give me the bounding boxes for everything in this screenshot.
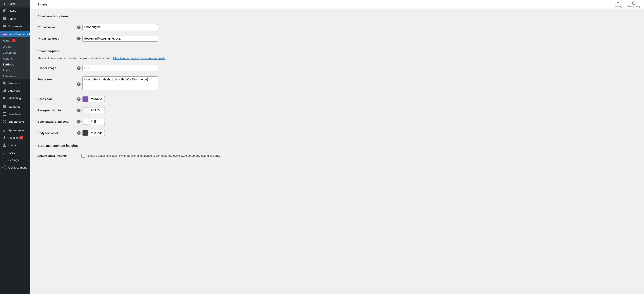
sidebar-label: Marketing [8,97,21,100]
background-color-input[interactable] [89,107,105,113]
help-icon[interactable]: ? [77,120,80,124]
base-color-swatch[interactable] [82,96,88,102]
sidebar-item-tools[interactable]: Tools [0,149,30,156]
templates-icon [2,112,6,116]
sliders-icon [2,158,6,162]
sidebar-label: Appearance [8,129,24,132]
brush-icon [2,128,6,132]
sidebar-label: Templates [8,113,21,116]
home-badge: 4 [12,39,16,42]
sidebar-item-collapse[interactable]: Collapse menu [0,164,30,171]
help-icon[interactable]: ? [77,109,80,112]
body-text-color-input[interactable] [89,130,105,136]
sidebar-item-plugins[interactable]: Plugins 2 [0,134,30,141]
submenu-item-home[interactable]: Home 4 [0,37,30,44]
submenu-item-customers[interactable]: Customers [0,50,30,56]
sidebar-item-pages[interactable]: Pages [0,15,30,22]
media-icon [2,9,6,13]
help-icon[interactable]: ? [77,131,80,135]
flag-icon [616,1,620,5]
sidebar-item-analytics[interactable]: Analytics [0,87,30,94]
sidebar-label: Settings [8,158,19,162]
label-from-address: "From" address [38,33,77,44]
wrench-icon [2,150,6,155]
sidebar-item-elementor[interactable]: Elementor [0,103,30,110]
body-bg-color-input[interactable] [89,119,105,125]
help-icon[interactable]: ? [77,37,80,40]
submenu-item-status[interactable]: Status [0,67,30,73]
sidebar-item-settings[interactable]: Settings [0,156,30,164]
base-color-input[interactable] [89,96,105,102]
woocommerce-submenu: Home 4 Orders Customers Reports Settings… [0,37,30,79]
activity-button[interactable]: Activity [614,1,622,8]
label-base-color: Base color [38,93,77,105]
shopengine-icon [2,119,6,124]
preview-template-link[interactable]: Click here to preview your email templat… [113,56,166,60]
section-heading-insights: Store management insights [38,144,637,147]
sidebar-item-woocommerce[interactable]: woo WooCommerce [0,31,30,37]
sidebar-item-marketing[interactable]: Marketing [0,94,30,102]
finish-setup-button[interactable]: Finish setup [628,1,640,8]
submenu-item-extensions[interactable]: Extensions [0,73,30,79]
help-icon[interactable]: ? [77,97,80,101]
sidebar-label: ShopEngine [8,120,24,123]
sidebar-label: Pages [8,17,16,20]
label-header-image: Header image [38,62,77,74]
sidebar-item-users[interactable]: Users [0,141,30,149]
woo-icon: woo [2,33,8,36]
collapse-icon [2,165,6,170]
comment-icon [2,24,6,28]
svg-rect-4 [4,90,4,92]
user-icon [2,143,6,147]
svg-rect-5 [5,89,6,92]
svg-point-6 [3,105,6,108]
plug-icon [2,135,6,140]
help-icon[interactable]: ? [77,82,80,86]
sidebar-item-media[interactable]: Media [0,7,30,15]
insights-description: Receive email notifications with additio… [87,154,220,157]
sidebar-item-comments[interactable]: Comments [0,22,30,30]
sidebar-label: Users [8,144,16,147]
sidebar-item-posts[interactable]: Posts [0,0,30,7]
plugins-badge: 2 [19,136,23,140]
section-heading-sender: Email sender options [38,14,637,18]
sidebar-label: Products [8,82,20,85]
body-bg-color-swatch[interactable] [82,119,88,125]
sidebar-label: Elementor [8,105,21,108]
help-icon[interactable]: ? [77,66,80,70]
enable-insights-checkbox[interactable] [82,154,85,157]
svg-point-8 [3,120,6,123]
svg-rect-3 [3,91,4,92]
header-image-input[interactable] [82,65,158,71]
sidebar-label: Plugins [8,136,18,139]
from-name-input[interactable] [82,24,158,30]
label-footer-text: Footer text [38,74,77,93]
sidebar-label: Collapse menu [8,166,28,169]
submenu-item-settings[interactable]: Settings [0,62,30,67]
label-enable-insights: Enable email insights [38,151,77,160]
sidebar-label: Tools [8,151,15,154]
background-color-swatch[interactable] [82,108,88,113]
main-content: Emails Activity Finish setup Email sende… [30,0,644,294]
submenu-item-reports[interactable]: Reports [0,56,30,62]
label-body-bg-color: Body background color [38,116,77,128]
template-description: This section lets you customize the WooC… [38,56,637,60]
svg-rect-7 [3,113,6,116]
sidebar-label: Comments [8,25,22,28]
sidebar-label: Media [8,10,16,13]
page-icon [2,16,6,21]
sidebar-item-shopengine[interactable]: ShopEngine [0,118,30,125]
section-heading-template: Email template [38,49,637,53]
footer-text-input[interactable] [82,76,158,90]
submenu-item-orders[interactable]: Orders [0,44,30,50]
sidebar-item-appearance[interactable]: Appearance [0,126,30,134]
pin-icon [2,1,6,6]
help-icon[interactable]: ? [77,25,80,29]
svg-point-9 [4,144,5,145]
label-background-color: Background color [38,105,77,116]
sidebar-item-products[interactable]: Products [0,79,30,87]
body-text-color-swatch[interactable] [82,130,88,136]
from-address-input[interactable] [82,36,158,42]
sidebar-label: Analytics [8,89,20,92]
sidebar-item-templates[interactable]: Templates [0,110,30,118]
